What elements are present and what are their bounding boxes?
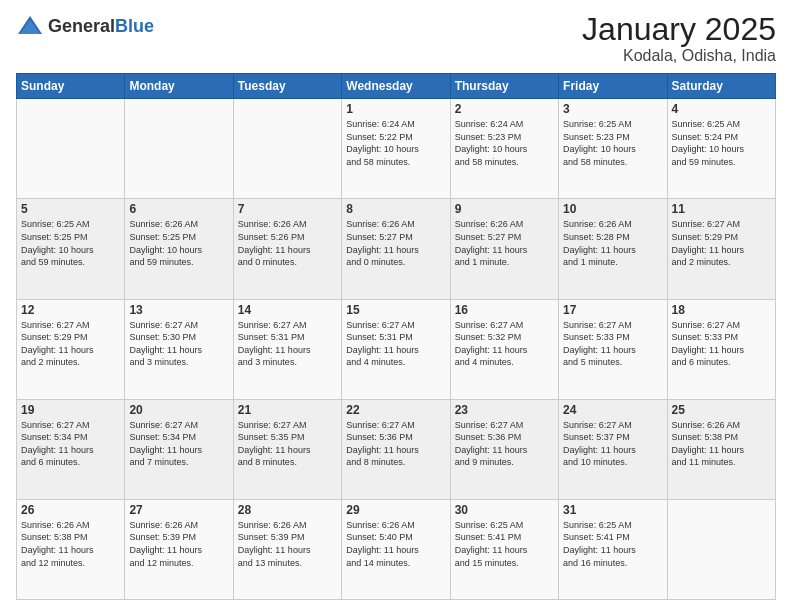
day-info: Sunrise: 6:27 AM Sunset: 5:33 PM Dayligh…	[672, 319, 771, 369]
day-info: Sunrise: 6:24 AM Sunset: 5:22 PM Dayligh…	[346, 118, 445, 168]
title-block: January 2025 Kodala, Odisha, India	[582, 12, 776, 65]
table-row: 8Sunrise: 6:26 AM Sunset: 5:27 PM Daylig…	[342, 199, 450, 299]
page: GeneralBlue January 2025 Kodala, Odisha,…	[0, 0, 792, 612]
day-number: 6	[129, 202, 228, 216]
table-row: 9Sunrise: 6:26 AM Sunset: 5:27 PM Daylig…	[450, 199, 558, 299]
day-number: 14	[238, 303, 337, 317]
table-row: 23Sunrise: 6:27 AM Sunset: 5:36 PM Dayli…	[450, 399, 558, 499]
table-row: 18Sunrise: 6:27 AM Sunset: 5:33 PM Dayli…	[667, 299, 775, 399]
table-row: 15Sunrise: 6:27 AM Sunset: 5:31 PM Dayli…	[342, 299, 450, 399]
day-info: Sunrise: 6:26 AM Sunset: 5:40 PM Dayligh…	[346, 519, 445, 569]
day-number: 3	[563, 102, 662, 116]
table-row: 21Sunrise: 6:27 AM Sunset: 5:35 PM Dayli…	[233, 399, 341, 499]
col-monday: Monday	[125, 74, 233, 99]
day-info: Sunrise: 6:27 AM Sunset: 5:29 PM Dayligh…	[672, 218, 771, 268]
table-row: 24Sunrise: 6:27 AM Sunset: 5:37 PM Dayli…	[559, 399, 667, 499]
col-sunday: Sunday	[17, 74, 125, 99]
col-tuesday: Tuesday	[233, 74, 341, 99]
table-row: 28Sunrise: 6:26 AM Sunset: 5:39 PM Dayli…	[233, 499, 341, 599]
day-info: Sunrise: 6:25 AM Sunset: 5:41 PM Dayligh…	[455, 519, 554, 569]
table-row	[125, 99, 233, 199]
day-info: Sunrise: 6:27 AM Sunset: 5:29 PM Dayligh…	[21, 319, 120, 369]
table-row: 20Sunrise: 6:27 AM Sunset: 5:34 PM Dayli…	[125, 399, 233, 499]
calendar-week-row: 1Sunrise: 6:24 AM Sunset: 5:22 PM Daylig…	[17, 99, 776, 199]
day-number: 15	[346, 303, 445, 317]
day-number: 11	[672, 202, 771, 216]
table-row	[17, 99, 125, 199]
calendar-week-row: 19Sunrise: 6:27 AM Sunset: 5:34 PM Dayli…	[17, 399, 776, 499]
day-number: 25	[672, 403, 771, 417]
day-number: 5	[21, 202, 120, 216]
day-number: 1	[346, 102, 445, 116]
day-info: Sunrise: 6:27 AM Sunset: 5:37 PM Dayligh…	[563, 419, 662, 469]
day-info: Sunrise: 6:27 AM Sunset: 5:36 PM Dayligh…	[346, 419, 445, 469]
day-info: Sunrise: 6:27 AM Sunset: 5:35 PM Dayligh…	[238, 419, 337, 469]
day-number: 18	[672, 303, 771, 317]
col-friday: Friday	[559, 74, 667, 99]
table-row: 25Sunrise: 6:26 AM Sunset: 5:38 PM Dayli…	[667, 399, 775, 499]
calendar-week-row: 5Sunrise: 6:25 AM Sunset: 5:25 PM Daylig…	[17, 199, 776, 299]
day-number: 12	[21, 303, 120, 317]
table-row: 6Sunrise: 6:26 AM Sunset: 5:25 PM Daylig…	[125, 199, 233, 299]
day-info: Sunrise: 6:26 AM Sunset: 5:38 PM Dayligh…	[672, 419, 771, 469]
table-row: 13Sunrise: 6:27 AM Sunset: 5:30 PM Dayli…	[125, 299, 233, 399]
table-row: 16Sunrise: 6:27 AM Sunset: 5:32 PM Dayli…	[450, 299, 558, 399]
table-row: 11Sunrise: 6:27 AM Sunset: 5:29 PM Dayli…	[667, 199, 775, 299]
col-saturday: Saturday	[667, 74, 775, 99]
day-number: 28	[238, 503, 337, 517]
table-row: 5Sunrise: 6:25 AM Sunset: 5:25 PM Daylig…	[17, 199, 125, 299]
col-wednesday: Wednesday	[342, 74, 450, 99]
day-number: 2	[455, 102, 554, 116]
day-info: Sunrise: 6:26 AM Sunset: 5:38 PM Dayligh…	[21, 519, 120, 569]
day-number: 17	[563, 303, 662, 317]
day-info: Sunrise: 6:26 AM Sunset: 5:27 PM Dayligh…	[455, 218, 554, 268]
day-info: Sunrise: 6:24 AM Sunset: 5:23 PM Dayligh…	[455, 118, 554, 168]
day-info: Sunrise: 6:25 AM Sunset: 5:41 PM Dayligh…	[563, 519, 662, 569]
day-info: Sunrise: 6:26 AM Sunset: 5:26 PM Dayligh…	[238, 218, 337, 268]
day-number: 20	[129, 403, 228, 417]
day-info: Sunrise: 6:27 AM Sunset: 5:31 PM Dayligh…	[346, 319, 445, 369]
table-row: 12Sunrise: 6:27 AM Sunset: 5:29 PM Dayli…	[17, 299, 125, 399]
day-info: Sunrise: 6:26 AM Sunset: 5:39 PM Dayligh…	[238, 519, 337, 569]
day-number: 13	[129, 303, 228, 317]
day-info: Sunrise: 6:25 AM Sunset: 5:25 PM Dayligh…	[21, 218, 120, 268]
calendar-table: Sunday Monday Tuesday Wednesday Thursday…	[16, 73, 776, 600]
calendar-week-row: 12Sunrise: 6:27 AM Sunset: 5:29 PM Dayli…	[17, 299, 776, 399]
col-thursday: Thursday	[450, 74, 558, 99]
day-info: Sunrise: 6:27 AM Sunset: 5:33 PM Dayligh…	[563, 319, 662, 369]
day-info: Sunrise: 6:27 AM Sunset: 5:36 PM Dayligh…	[455, 419, 554, 469]
table-row: 3Sunrise: 6:25 AM Sunset: 5:23 PM Daylig…	[559, 99, 667, 199]
month-title: January 2025	[582, 12, 776, 47]
day-info: Sunrise: 6:27 AM Sunset: 5:34 PM Dayligh…	[21, 419, 120, 469]
calendar-header-row: Sunday Monday Tuesday Wednesday Thursday…	[17, 74, 776, 99]
table-row: 26Sunrise: 6:26 AM Sunset: 5:38 PM Dayli…	[17, 499, 125, 599]
table-row: 10Sunrise: 6:26 AM Sunset: 5:28 PM Dayli…	[559, 199, 667, 299]
day-number: 8	[346, 202, 445, 216]
day-number: 30	[455, 503, 554, 517]
table-row: 19Sunrise: 6:27 AM Sunset: 5:34 PM Dayli…	[17, 399, 125, 499]
day-info: Sunrise: 6:27 AM Sunset: 5:31 PM Dayligh…	[238, 319, 337, 369]
table-row: 30Sunrise: 6:25 AM Sunset: 5:41 PM Dayli…	[450, 499, 558, 599]
day-info: Sunrise: 6:26 AM Sunset: 5:25 PM Dayligh…	[129, 218, 228, 268]
day-number: 21	[238, 403, 337, 417]
day-number: 9	[455, 202, 554, 216]
day-number: 27	[129, 503, 228, 517]
table-row: 1Sunrise: 6:24 AM Sunset: 5:22 PM Daylig…	[342, 99, 450, 199]
table-row: 31Sunrise: 6:25 AM Sunset: 5:41 PM Dayli…	[559, 499, 667, 599]
day-info: Sunrise: 6:25 AM Sunset: 5:24 PM Dayligh…	[672, 118, 771, 168]
table-row: 29Sunrise: 6:26 AM Sunset: 5:40 PM Dayli…	[342, 499, 450, 599]
day-number: 24	[563, 403, 662, 417]
day-number: 10	[563, 202, 662, 216]
day-info: Sunrise: 6:26 AM Sunset: 5:39 PM Dayligh…	[129, 519, 228, 569]
day-info: Sunrise: 6:26 AM Sunset: 5:27 PM Dayligh…	[346, 218, 445, 268]
day-number: 7	[238, 202, 337, 216]
day-info: Sunrise: 6:27 AM Sunset: 5:30 PM Dayligh…	[129, 319, 228, 369]
day-info: Sunrise: 6:26 AM Sunset: 5:28 PM Dayligh…	[563, 218, 662, 268]
day-number: 16	[455, 303, 554, 317]
logo-blue: Blue	[115, 16, 154, 36]
day-info: Sunrise: 6:27 AM Sunset: 5:32 PM Dayligh…	[455, 319, 554, 369]
table-row: 2Sunrise: 6:24 AM Sunset: 5:23 PM Daylig…	[450, 99, 558, 199]
logo: GeneralBlue	[16, 12, 154, 40]
table-row: 7Sunrise: 6:26 AM Sunset: 5:26 PM Daylig…	[233, 199, 341, 299]
table-row	[233, 99, 341, 199]
